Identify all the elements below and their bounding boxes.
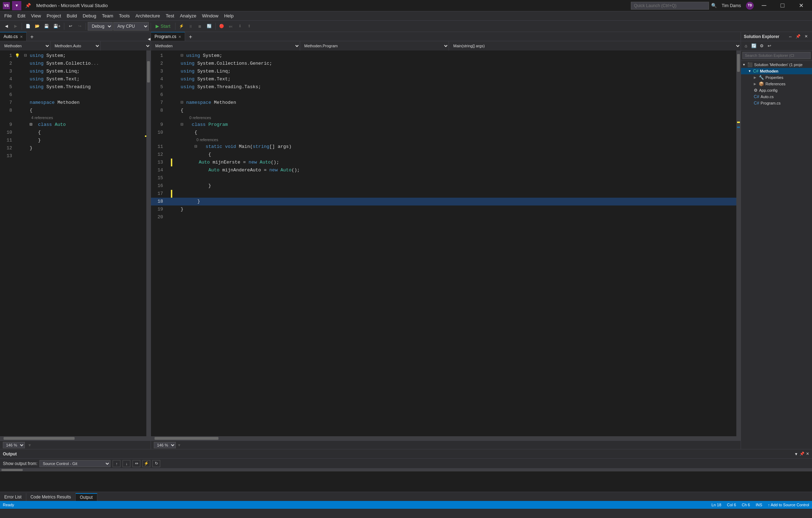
menu-architecture[interactable]: Architecture	[132, 11, 163, 21]
forward-button[interactable]: ▶	[11, 22, 20, 31]
back-button[interactable]: ◀	[2, 22, 11, 31]
step-out-button[interactable]: ⬆	[245, 22, 254, 31]
vertical-scrollbar-right[interactable]	[736, 50, 741, 436]
restart-button[interactable]: 🔄	[205, 22, 213, 31]
redo-button[interactable]: ↪	[75, 22, 84, 31]
tab-error-list[interactable]: Error List	[0, 493, 26, 501]
output-btn-3[interactable]: ⇔	[132, 460, 140, 467]
add-tab-left-button[interactable]: +	[28, 33, 36, 41]
quick-launch-input[interactable]	[631, 2, 709, 10]
debug-mode-dropdown[interactable]: Debug	[88, 22, 113, 31]
scrollbar-thumb-left[interactable]	[147, 61, 150, 82]
method-dropdown-left[interactable]	[101, 41, 151, 50]
menu-analyze[interactable]: Analyze	[177, 11, 199, 21]
class-dropdown-right[interactable]: Methoden.Program	[300, 41, 449, 50]
hscrollbar-right[interactable]	[151, 436, 741, 440]
pin-icon[interactable]: 📌	[23, 1, 33, 10]
hscrollbar-left[interactable]	[0, 436, 151, 440]
output-btn-5[interactable]: ↻	[152, 460, 160, 467]
step-over-button[interactable]: ⏭	[227, 22, 235, 31]
filter-icon-btn[interactable]: ▼	[12, 1, 21, 10]
output-dropdown-button[interactable]: ▼	[794, 452, 798, 456]
change-bar-17	[171, 190, 172, 198]
tab-code-metrics[interactable]: Code Metrics Results	[26, 493, 76, 501]
menu-help[interactable]: Help	[221, 11, 237, 21]
tab-output[interactable]: Output	[76, 493, 97, 501]
save-button[interactable]: 💾	[42, 22, 51, 31]
se-item-auto-cs[interactable]: C# Auto.cs	[741, 94, 812, 100]
method-dropdown-right[interactable]: Main(string[] args)	[449, 41, 741, 50]
se-item-references[interactable]: ▶ 📦 References	[741, 81, 812, 87]
add-tab-right-button[interactable]: +	[186, 33, 194, 41]
code-line-7-left: 7 namespace Methoden	[0, 99, 151, 107]
output-source-dropdown[interactable]: Source Control - Git	[39, 460, 110, 467]
se-item-app-config[interactable]: ⚙ App.config	[741, 87, 812, 94]
platform-dropdown[interactable]: Any CPU	[113, 22, 149, 31]
class-dropdown-left[interactable]: Methoden.Auto	[50, 41, 101, 50]
step-into-button[interactable]: ⬇	[236, 22, 244, 31]
minimize-button[interactable]: ─	[756, 0, 772, 11]
namespace-dropdown-left[interactable]: Methoden	[0, 41, 50, 50]
namespace-dropdown-right[interactable]: Methoden	[151, 41, 300, 50]
se-item-methoden[interactable]: ▼ C# Methoden	[741, 68, 812, 74]
menu-team[interactable]: Team	[99, 11, 116, 21]
tab-auto-cs[interactable]: Auto.cs ✕	[0, 32, 27, 41]
se-item-program-cs[interactable]: C# Program.cs	[741, 100, 812, 106]
menu-window[interactable]: Window	[199, 11, 221, 21]
user-avatar[interactable]: TD	[746, 2, 754, 10]
se-props-button[interactable]: ⚙	[758, 42, 765, 49]
output-btn-4[interactable]: ⚡	[142, 460, 150, 467]
menu-build[interactable]: Build	[64, 11, 80, 21]
se-refresh-button[interactable]: 🔄	[750, 42, 757, 49]
se-pin-button[interactable]: 📌	[795, 33, 801, 40]
se-item-solution[interactable]: ▼ ⬛ Solution 'Methoden' (1 proje	[741, 62, 812, 68]
zoom-dropdown-right[interactable]: 146 %	[154, 442, 176, 448]
hscrollbar-thumb-left[interactable]	[4, 437, 75, 440]
menu-view[interactable]: View	[28, 11, 44, 21]
se-auto-cs-label: Auto.cs	[760, 95, 774, 99]
se-sync-button[interactable]: ↔	[787, 33, 794, 40]
stop-button[interactable]: ⏹	[196, 22, 204, 31]
scroll-tabs-left-button[interactable]: ◀	[148, 37, 151, 41]
tab-program-cs[interactable]: Program.cs ✕	[151, 32, 185, 41]
menu-edit[interactable]: Edit	[15, 11, 28, 21]
se-properties-label: Properties	[765, 75, 783, 80]
tab-program-cs-close[interactable]: ✕	[178, 35, 181, 39]
attach-button[interactable]: ⚡	[177, 22, 186, 31]
close-button[interactable]: ✕	[793, 0, 809, 11]
bottom-tabs-bar: Error List Code Metrics Results Output	[0, 492, 812, 501]
start-button[interactable]: ▶ ▶ StartStart	[153, 22, 173, 31]
tab-auto-cs-close[interactable]: ✕	[20, 35, 23, 39]
menu-test[interactable]: Test	[163, 11, 177, 21]
scrollbar-thumb-right[interactable]	[737, 54, 740, 72]
menu-tools[interactable]: Tools	[116, 11, 132, 21]
breakpoint-button[interactable]: 🔴	[217, 22, 226, 31]
maximize-button[interactable]: □	[774, 0, 791, 11]
menu-debug[interactable]: Debug	[80, 11, 99, 21]
output-hscrollbar[interactable]	[0, 469, 812, 471]
open-file-button[interactable]: 📂	[33, 22, 42, 31]
undo-button[interactable]: ↩	[66, 22, 75, 31]
lightbulb-icon[interactable]: 💡	[15, 52, 20, 60]
output-btn-2[interactable]: ↓	[123, 460, 130, 467]
output-pin-button[interactable]: 📌	[800, 452, 805, 456]
se-home-button[interactable]: ⌂	[742, 42, 749, 49]
se-filter-button[interactable]: ↩	[766, 42, 773, 49]
se-close-button[interactable]: ✕	[803, 33, 809, 40]
cs-file-icon-auto: C#	[754, 94, 759, 99]
menu-project[interactable]: Project	[44, 11, 64, 21]
output-btn-1[interactable]: ↑	[113, 460, 120, 467]
status-add-to-source[interactable]: ↑ Add to Source Control	[768, 503, 809, 507]
menu-file[interactable]: File	[1, 11, 15, 21]
se-search-input[interactable]	[742, 52, 811, 59]
vertical-scrollbar-left[interactable]	[146, 50, 151, 436]
se-item-properties[interactable]: ▶ 🔧 Properties	[741, 74, 812, 81]
break-all-button[interactable]: ⏸	[186, 22, 195, 31]
output-hscrollbar-thumb[interactable]	[1, 469, 23, 471]
code-line-4-right: 4 using System.Text;	[151, 75, 741, 83]
save-all-button[interactable]: 💾+	[52, 22, 62, 31]
hscrollbar-thumb-right[interactable]	[155, 437, 218, 440]
output-close-button[interactable]: ✕	[806, 452, 809, 456]
new-file-button[interactable]: 📄	[24, 22, 32, 31]
zoom-dropdown-left[interactable]: 146 %	[3, 442, 25, 448]
